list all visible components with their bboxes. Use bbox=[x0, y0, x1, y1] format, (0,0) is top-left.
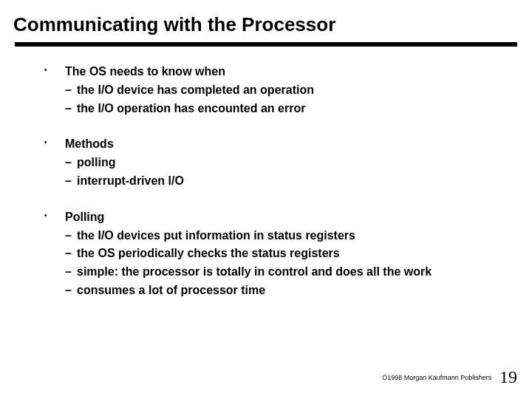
bullet-level1: The OS needs to know when bbox=[44, 63, 510, 81]
bullet-level2: –the I/O device has completed an operati… bbox=[44, 81, 510, 100]
bullet-level2: –simple: the processor is totally in con… bbox=[44, 263, 510, 282]
title-rule bbox=[15, 42, 517, 47]
bullet-level1: Methods bbox=[44, 135, 510, 154]
bullet-level2: –polling bbox=[44, 154, 510, 172]
slide: Communicating with the Processor The OS … bbox=[0, 0, 532, 399]
bullet-text: simple: the processor is totally in cont… bbox=[77, 265, 432, 278]
bullet-text: interrupt-driven I/O bbox=[77, 174, 184, 187]
bullet-text: consumes a lot of processor time bbox=[77, 284, 265, 296]
bullet-level2: –interrupt-driven I/O bbox=[44, 172, 510, 191]
page-number: 19 bbox=[499, 367, 517, 386]
bullet-level2: –the I/O operation has encounted an erro… bbox=[44, 100, 510, 118]
bullet-text: the I/O operation has encounted an error bbox=[77, 102, 305, 115]
bullet-level2: –consumes a lot of processor time bbox=[44, 282, 510, 300]
slide-content: The OS needs to know when –the I/O devic… bbox=[0, 63, 532, 300]
bullet-level1: Polling bbox=[44, 208, 510, 227]
bullet-text: the I/O devices put information in statu… bbox=[77, 229, 355, 242]
bullet-section: The OS needs to know when –the I/O devic… bbox=[44, 63, 510, 117]
bullet-text: the I/O device has completed an operatio… bbox=[77, 83, 314, 96]
bullet-level2: –the OS periodically checks the status r… bbox=[44, 245, 510, 263]
bullet-level2: –the I/O devices put information in stat… bbox=[44, 227, 510, 245]
bullet-text: the OS periodically checks the status re… bbox=[77, 247, 340, 259]
bullet-section: Polling –the I/O devices put information… bbox=[44, 208, 510, 300]
bullet-text: polling bbox=[77, 156, 115, 168]
slide-title: Communicating with the Processor bbox=[0, 0, 532, 42]
copyright-text: Ó1998 Morgan Kaufmann Publishers bbox=[382, 374, 491, 381]
bullet-section: Methods –polling –interrupt-driven I/O bbox=[44, 135, 510, 190]
slide-footer: Ó1998 Morgan Kaufmann Publishers 19 bbox=[382, 367, 517, 387]
